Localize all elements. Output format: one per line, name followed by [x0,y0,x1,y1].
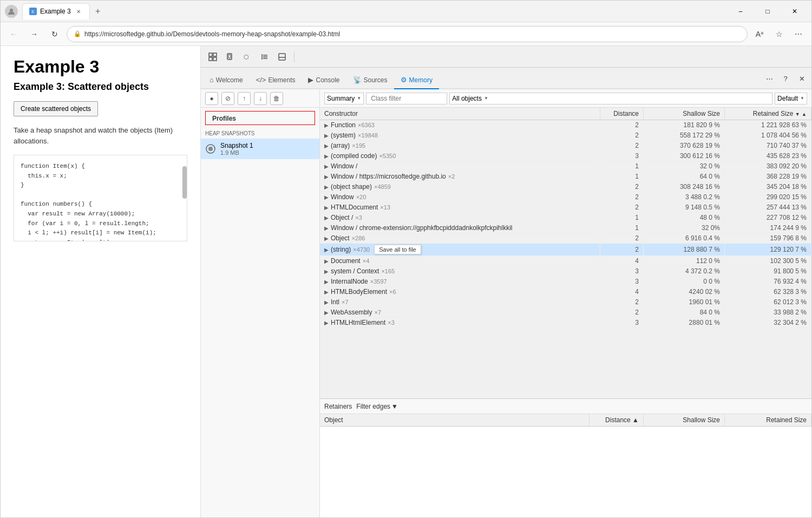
create-scattered-objects-button[interactable]: Create scattered objects [14,101,98,116]
table-row[interactable]: ▶Window ×2023 488 0.2 %299 020 15 % [320,192,811,202]
constructor-header[interactable]: Constructor [320,108,600,120]
read-mode-button[interactable]: Aᵃ [751,25,768,43]
distance-header[interactable]: Distance [600,108,644,120]
expand-arrow[interactable]: ▶ [324,320,329,326]
filter-edges-button[interactable]: Filter edges ▼ [356,403,398,410]
table-row[interactable]: ▶(string) ×4730Save all to file2128 880 … [320,244,811,256]
expand-arrow[interactable]: ▶ [324,153,329,159]
elements-icon: </> [256,76,266,84]
table-row[interactable]: ▶(system) ×198482558 172 29 %1 078 404 5… [320,130,811,141]
table-row[interactable]: ▶Function ×63632181 820 9 %1 221 928 63 … [320,120,811,130]
refresh-button[interactable]: ↻ [46,25,63,43]
expand-arrow[interactable]: ▶ [324,289,329,295]
distance-col-header[interactable]: Distance ▲ [590,414,644,427]
table-row[interactable]: ▶Window / chrome-extension://gpphkfbcpid… [320,223,811,233]
expand-arrow[interactable]: ▶ [324,163,329,169]
more-tools-button[interactable]: ⋯ [762,71,777,86]
expand-arrow[interactable]: ▶ [324,143,329,149]
minimize-button[interactable]: – [728,1,753,22]
expand-arrow[interactable]: ▶ [324,310,329,316]
table-row[interactable]: ▶Window / https://microsoftedge.github.i… [320,172,811,182]
all-objects-select[interactable]: All objects ▼ [449,93,772,104]
collect-garbage-button[interactable]: 🗑 [270,92,283,105]
tab-elements[interactable]: </> Elements [250,71,302,89]
retained-size-cell: 62 012 3 % [725,297,811,307]
close-button[interactable]: ✕ [782,1,807,22]
expand-arrow[interactable]: ▶ [324,225,329,231]
table-row[interactable]: ▶Document ×44112 0 %102 300 5 % [320,256,811,266]
object-col-header[interactable]: Object [320,414,590,427]
expand-arrow[interactable]: ▶ [324,215,329,221]
device-emulation-button[interactable] [222,49,238,64]
table-row[interactable]: ▶(compiled code) ×53503300 612 16 %435 6… [320,151,811,161]
table-row[interactable]: ▶Window /132 0 %383 092 20 % [320,161,811,172]
help-button[interactable]: ? [778,71,793,86]
expand-arrow[interactable]: ▶ [324,194,329,200]
retained-col-header[interactable]: Retained Size [725,414,811,427]
expand-arrow[interactable]: ▶ [324,268,329,274]
table-row[interactable]: ▶WebAssembly ×7284 0 %33 988 2 % [320,307,811,318]
tab-welcome[interactable]: ⌂ Welcome [203,71,250,89]
address-bar[interactable]: 🔒 https://microsoftedge.github.io/Demos/… [67,26,748,42]
retained-size-cell: 159 796 8 % [725,233,811,244]
save-all-to-file-button[interactable]: Save all to file [374,245,421,254]
table-row[interactable]: ▶system / Context ×16534 372 0.2 %91 800… [320,266,811,277]
constructor-name: Intl [331,298,339,306]
user-avatar[interactable] [5,5,18,18]
expand-arrow[interactable]: ▶ [324,258,329,264]
view-select[interactable]: Summary ▼ [324,93,364,104]
data-table-container[interactable]: Constructor Distance Shallow Size [320,108,811,398]
expand-arrow[interactable]: ▶ [324,184,329,190]
shallow-size-header[interactable]: Shallow Size [644,108,725,120]
close-devtools-button[interactable]: ✕ [794,71,809,86]
toggle-console-button[interactable]: ⬡ [240,49,255,64]
retained-size-header[interactable]: Retained Size ▼ ▲ [725,108,811,120]
table-row[interactable]: ▶(array) ×1952370 628 19 %710 740 37 % [320,141,811,151]
snapshot-item[interactable]: Snapshot 1 1.9 MB [201,139,319,159]
tab-memory[interactable]: ⚙ Memory [394,71,439,89]
code-scrollbar-thumb[interactable] [182,166,187,199]
table-row[interactable]: ▶Object ×28626 916 0.4 %159 796 8 % [320,233,811,244]
expand-arrow[interactable]: ▶ [324,299,329,305]
favorites-button[interactable]: ☆ [770,25,788,43]
class-filter-input[interactable] [366,93,447,104]
maximize-button[interactable]: □ [755,1,780,22]
stop-button[interactable]: ⊘ [221,92,234,105]
record-button[interactable]: ● [205,92,218,105]
forward-button[interactable]: → [25,25,43,43]
back-button[interactable]: ← [5,25,22,43]
tab-sources[interactable]: 📡 Sources [346,71,394,89]
expand-arrow[interactable]: ▶ [324,122,329,128]
dock-button[interactable] [274,49,290,64]
expand-arrow[interactable]: ▶ [324,174,329,180]
expand-arrow[interactable]: ▶ [324,205,329,211]
expand-arrow[interactable]: ▶ [324,247,329,253]
constructor-count: ×20 [356,194,366,200]
table-row[interactable]: ▶(object shape) ×48592308 248 16 %345 20… [320,182,811,192]
shallow-size-cell: 2880 01 % [644,318,725,328]
load-button[interactable]: ↓ [254,92,267,105]
inspect-element-button[interactable] [205,49,220,64]
constructor-cell: ▶Function ×6363 [320,120,600,130]
clear-button[interactable]: ↑ [238,92,251,105]
more-button[interactable]: ⋯ [790,25,807,43]
tab-console[interactable]: ▶ Console [302,71,346,89]
table-row[interactable]: ▶Intl ×721960 01 %62 012 3 % [320,297,811,307]
table-row[interactable]: ▶HTMLDocument ×1329 148 0.5 %257 444 13 … [320,202,811,213]
expand-arrow[interactable]: ▶ [324,133,329,139]
table-row[interactable]: ▶HTMLHtmlElement ×332880 01 %32 304 2 % [320,318,811,328]
table-row[interactable]: ▶HTMLBodyElement ×644240 02 %62 328 3 % [320,287,811,297]
constructor-cell: ▶(compiled code) ×5350 [320,151,600,161]
new-tab-button[interactable]: + [90,3,106,19]
tab-close-button[interactable]: ✕ [74,7,83,16]
expand-arrow[interactable]: ▶ [324,235,329,241]
shallow-col-header[interactable]: Shallow Size [644,414,725,427]
code-scrollbar[interactable] [182,155,187,241]
close-drawer-button[interactable] [257,49,272,64]
table-row[interactable]: ▶Object / ×3148 0 %227 708 12 % [320,213,811,223]
browser-tab[interactable]: E Example 3 ✕ [22,3,90,19]
profiles-label[interactable]: Profiles [205,111,315,125]
default-select[interactable]: Default ▼ [775,93,807,104]
expand-arrow[interactable]: ▶ [324,279,329,285]
table-row[interactable]: ▶InternalNode ×359730 0 %76 932 4 % [320,277,811,287]
